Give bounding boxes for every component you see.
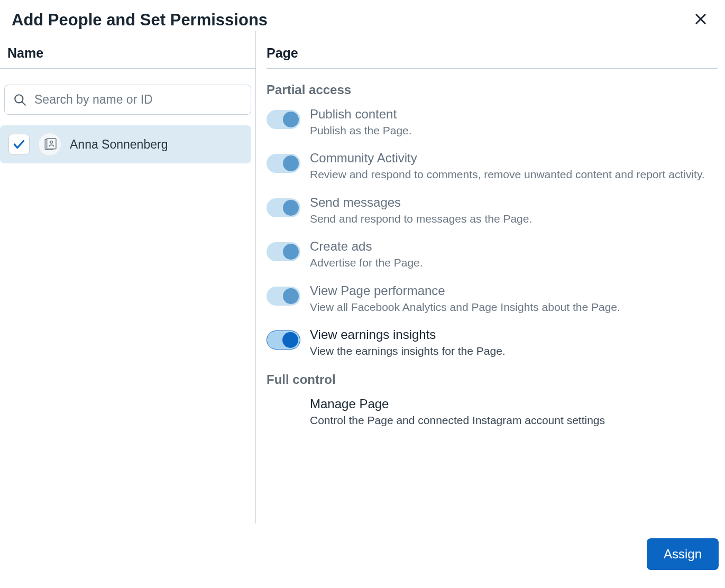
left-column-header: Name [0, 31, 255, 69]
right-column-header: Page [267, 31, 718, 69]
close-button[interactable] [691, 10, 710, 31]
check-icon [12, 137, 26, 151]
toggle-view-page-performance[interactable] [267, 287, 300, 306]
toggle-view-earnings-insights[interactable] [267, 330, 300, 350]
person-checkbox[interactable] [8, 134, 30, 155]
section-title-partial-access: Partial access [267, 82, 718, 97]
permission-title: Manage Page [310, 397, 605, 411]
permission-title: View earnings insights [310, 327, 506, 342]
permission-desc: Publish as the Page. [310, 123, 412, 138]
permission-desc: Control the Page and connected Instagram… [310, 412, 605, 428]
toggle-community-activity[interactable] [267, 154, 300, 173]
person-row[interactable]: Anna Sonnenberg [0, 125, 251, 163]
close-icon [693, 12, 708, 26]
permission-manage-page: Manage Page Control the Page and connect… [267, 397, 718, 428]
toggle-create-ads[interactable] [267, 242, 300, 261]
permission-title: Publish content [310, 107, 412, 122]
permission-desc: Review and respond to comments, remove u… [310, 167, 705, 182]
permission-view-page-performance: View Page performance View all Facebook … [267, 283, 718, 315]
search-icon [13, 93, 27, 107]
toggle-send-messages[interactable] [267, 198, 300, 217]
permission-create-ads: Create ads Advertise for the Page. [267, 239, 718, 270]
search-box[interactable] [4, 85, 251, 115]
permission-desc: Advertise for the Page. [310, 255, 423, 270]
section-title-full-control: Full control [267, 372, 718, 387]
permission-view-earnings-insights: View earnings insights View the earnings… [267, 327, 718, 359]
permission-title: Create ads [310, 239, 423, 254]
permission-desc: Send and respond to messages as the Page… [310, 211, 532, 226]
svg-rect-5 [47, 139, 56, 149]
dialog-title: Add People and Set Permissions [12, 11, 268, 30]
permission-title: View Page performance [310, 283, 620, 298]
permission-title: Send messages [310, 195, 532, 210]
permission-desc: View all Facebook Analytics and Page Ins… [310, 299, 620, 315]
assign-button[interactable]: Assign [647, 538, 719, 570]
permission-publish-content: Publish content Publish as the Page. [267, 107, 718, 138]
person-name: Anna Sonnenberg [70, 137, 168, 152]
id-card-icon [43, 137, 57, 151]
permission-desc: View the earnings insights for the Page. [310, 343, 506, 359]
person-avatar [38, 133, 61, 156]
svg-line-3 [22, 102, 25, 105]
toggle-publish-content[interactable] [267, 110, 300, 129]
permission-send-messages: Send messages Send and respond to messag… [267, 195, 718, 226]
permission-title: Community Activity [310, 151, 705, 166]
permission-community-activity: Community Activity Review and respond to… [267, 151, 718, 182]
search-input[interactable] [34, 93, 242, 107]
